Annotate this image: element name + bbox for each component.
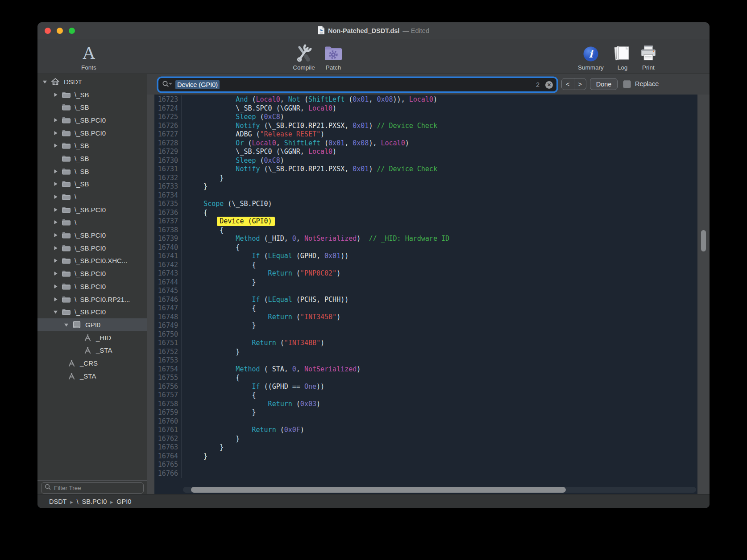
disclosure-triangle[interactable]	[52, 129, 59, 136]
disclosure-triangle[interactable]	[52, 296, 59, 303]
sidebar: DSDT\_SB\_SB\_SB.PCI0\_SB.PCI0\_SB\_SB\_…	[37, 74, 147, 494]
tree-item-sb[interactable]: \_SB	[37, 88, 147, 101]
breadcrumb-item[interactable]: GPI0	[116, 498, 131, 505]
disclosure-spacer	[57, 359, 64, 366]
tree-item-sb[interactable]: \_SB	[37, 101, 147, 114]
line-number: 16764	[154, 452, 182, 461]
tree-item-sb[interactable]: \_SB	[37, 165, 147, 178]
line-number: 16737	[154, 217, 182, 226]
tree-item-crs[interactable]: _CRS	[37, 357, 147, 370]
code-token: // Device Check	[377, 122, 437, 130]
tree-item-sta[interactable]: _STA	[37, 344, 147, 357]
disclosure-triangle[interactable]	[52, 219, 59, 226]
horizontal-scrollbar[interactable]	[183, 487, 696, 493]
dsdt-tree: DSDT\_SB\_SB\_SB.PCI0\_SB.PCI0\_SB\_SB\_…	[37, 74, 147, 481]
code-token: )	[280, 113, 284, 121]
disclosure-triangle[interactable]	[62, 321, 70, 328]
code-token: }	[236, 348, 240, 356]
tree-item-sb[interactable]: \_SB	[37, 152, 147, 165]
disclosure-triangle[interactable]	[52, 142, 59, 149]
tree-item-sb-pci0[interactable]: \_SB.PCI0	[37, 229, 147, 242]
find-nav-segmented-control: < >	[561, 78, 586, 90]
search-options-icon[interactable]	[162, 80, 173, 89]
disclosure-triangle[interactable]	[52, 270, 59, 277]
tree-item-sb-pci0[interactable]: \_SB.PCI0	[37, 127, 147, 140]
tree-item-sb-pci0[interactable]: \_SB.PCI0	[37, 280, 147, 293]
summary-button[interactable]: i Summary	[574, 41, 607, 71]
code-token: Scope	[203, 200, 224, 208]
disclosure-triangle[interactable]	[52, 232, 59, 239]
code-token: 0xC8	[264, 156, 280, 165]
tree-item-sb-pci0[interactable]: \_SB.PCI0	[37, 114, 147, 127]
folder-icon	[61, 180, 71, 188]
disclosure-triangle[interactable]	[41, 78, 48, 85]
tree-item-sb-pci0[interactable]: \_SB.PCI0	[37, 242, 147, 255]
tree-item-sb-pci0[interactable]: \_SB.PCI0	[37, 267, 147, 280]
vertical-scrollbar-thumb[interactable]	[701, 230, 706, 251]
print-icon	[639, 41, 658, 62]
fonts-button[interactable]: A Fonts	[72, 41, 105, 71]
code-line: 16755{	[154, 374, 697, 383]
tree-item-label: \_SB.PCI0	[75, 308, 106, 316]
code-token: (	[292, 313, 300, 321]
tree-item-sb-pci0[interactable]: \_SB.PCI0	[37, 305, 147, 318]
find-previous-button[interactable]: <	[562, 78, 574, 90]
tree-item-sb-pci0[interactable]: \_SB.PCI0	[37, 203, 147, 216]
disclosure-triangle[interactable]	[52, 244, 59, 251]
disclosure-triangle[interactable]	[52, 194, 59, 201]
code-token: }	[236, 435, 240, 443]
patch-button[interactable]: Patch	[317, 41, 350, 71]
tree-item-[interactable]: \	[37, 190, 147, 203]
tree-item-label: \_SB.PCI0	[75, 244, 106, 252]
tree-item-sb[interactable]: \_SB	[37, 139, 147, 152]
code-token: ShiftLeft	[308, 95, 344, 103]
compile-button[interactable]: Compile	[287, 41, 320, 71]
code-line-text: Method (_HID, 0, NotSerialized) // _HID:…	[182, 235, 697, 243]
tree-item-gpi0[interactable]: GPI0	[37, 318, 147, 331]
code-editor[interactable]: 16723And (Local0, Not (ShiftLeft (0x01, …	[154, 95, 697, 494]
disclosure-triangle[interactable]	[52, 181, 59, 188]
disclosure-triangle[interactable]	[52, 168, 59, 175]
code-token: "Release RESET"	[260, 130, 320, 138]
find-next-button[interactable]: >	[574, 78, 586, 90]
horizontal-scrollbar-thumb[interactable]	[191, 487, 566, 493]
tree-item-hid[interactable]: _HID	[37, 331, 147, 344]
code-line-text: Notify (\_SB.PCI0.RP21.PXSX, 0x01) // De…	[182, 165, 697, 174]
done-button[interactable]: Done	[590, 78, 618, 90]
line-number: 16762	[154, 435, 182, 444]
code-token: {	[252, 391, 256, 399]
tree-item-sb-pci0-xhc[interactable]: \_SB.PCI0.XHC...	[37, 255, 147, 268]
tree-item-[interactable]: \	[37, 216, 147, 229]
tree-item-sb-pci0-rp21[interactable]: \_SB.PCI0.RP21...	[37, 293, 147, 306]
breadcrumb-item[interactable]: DSDT	[49, 498, 66, 505]
code-token: (	[292, 400, 300, 408]
code-token: {	[252, 261, 256, 269]
disclosure-triangle[interactable]	[52, 309, 59, 316]
disclosure-triangle[interactable]	[52, 116, 59, 124]
folder-icon	[61, 193, 71, 201]
code-line: 16741If (LEqual (GPHD, 0x01))	[154, 252, 697, 261]
code-token: LEqual	[268, 296, 292, 304]
breadcrumb-item[interactable]: \_SB.PCI0	[77, 498, 107, 505]
search-input[interactable]: Device (GPI0) 2 ✕	[158, 78, 556, 91]
replace-checkbox[interactable]	[623, 80, 631, 88]
filter-tree-input[interactable]: Filter Tree	[41, 482, 144, 494]
disclosure-triangle[interactable]	[52, 257, 59, 264]
tree-item-sb[interactable]: \_SB	[37, 178, 147, 191]
code-token: 0	[292, 365, 296, 373]
disclosure-triangle[interactable]	[52, 91, 59, 98]
code-line: 16752}	[154, 348, 697, 357]
statusbar: DSDT▸\_SB.PCI0▸GPI0	[37, 494, 710, 508]
tree-item-dsdt[interactable]: DSDT	[37, 75, 147, 88]
disclosure-spacer	[52, 155, 59, 162]
disclosure-triangle[interactable]	[52, 206, 59, 213]
tree-item-sta[interactable]: _STA	[37, 370, 147, 383]
log-icon	[613, 41, 632, 62]
code-token: Or	[236, 139, 244, 147]
code-token: )	[336, 313, 340, 321]
code-token: 0x01	[353, 165, 369, 173]
clear-search-button[interactable]: ✕	[545, 81, 553, 89]
code-line: 16757{	[154, 391, 697, 400]
print-button[interactable]: Print	[632, 41, 665, 71]
disclosure-triangle[interactable]	[52, 283, 59, 290]
